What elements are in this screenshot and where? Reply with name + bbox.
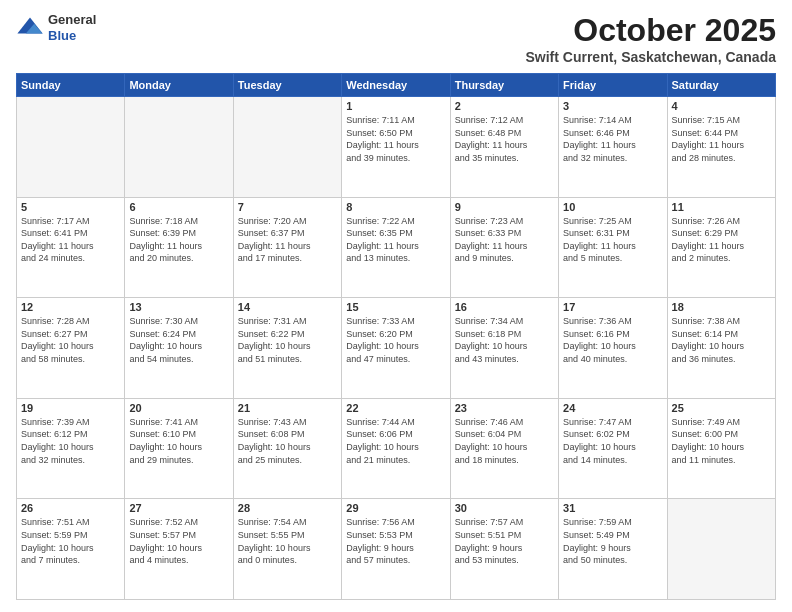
calendar-cell bbox=[17, 97, 125, 198]
day-info: Sunrise: 7:30 AM Sunset: 6:24 PM Dayligh… bbox=[129, 315, 228, 365]
day-number: 8 bbox=[346, 201, 445, 213]
day-info: Sunrise: 7:52 AM Sunset: 5:57 PM Dayligh… bbox=[129, 516, 228, 566]
day-info: Sunrise: 7:26 AM Sunset: 6:29 PM Dayligh… bbox=[672, 215, 771, 265]
weekday-header: Tuesday bbox=[233, 74, 341, 97]
calendar-cell: 23Sunrise: 7:46 AM Sunset: 6:04 PM Dayli… bbox=[450, 398, 558, 499]
weekday-header: Saturday bbox=[667, 74, 775, 97]
day-info: Sunrise: 7:41 AM Sunset: 6:10 PM Dayligh… bbox=[129, 416, 228, 466]
day-info: Sunrise: 7:23 AM Sunset: 6:33 PM Dayligh… bbox=[455, 215, 554, 265]
calendar-cell: 24Sunrise: 7:47 AM Sunset: 6:02 PM Dayli… bbox=[559, 398, 667, 499]
day-info: Sunrise: 7:14 AM Sunset: 6:46 PM Dayligh… bbox=[563, 114, 662, 164]
day-info: Sunrise: 7:12 AM Sunset: 6:48 PM Dayligh… bbox=[455, 114, 554, 164]
page: General Blue October 2025 Swift Current,… bbox=[0, 0, 792, 612]
day-number: 16 bbox=[455, 301, 554, 313]
day-number: 2 bbox=[455, 100, 554, 112]
day-info: Sunrise: 7:59 AM Sunset: 5:49 PM Dayligh… bbox=[563, 516, 662, 566]
calendar-cell: 11Sunrise: 7:26 AM Sunset: 6:29 PM Dayli… bbox=[667, 197, 775, 298]
month-title: October 2025 bbox=[525, 12, 776, 49]
day-info: Sunrise: 7:31 AM Sunset: 6:22 PM Dayligh… bbox=[238, 315, 337, 365]
calendar-cell: 13Sunrise: 7:30 AM Sunset: 6:24 PM Dayli… bbox=[125, 298, 233, 399]
day-info: Sunrise: 7:57 AM Sunset: 5:51 PM Dayligh… bbox=[455, 516, 554, 566]
weekday-row: SundayMondayTuesdayWednesdayThursdayFrid… bbox=[17, 74, 776, 97]
day-info: Sunrise: 7:25 AM Sunset: 6:31 PM Dayligh… bbox=[563, 215, 662, 265]
day-info: Sunrise: 7:22 AM Sunset: 6:35 PM Dayligh… bbox=[346, 215, 445, 265]
day-info: Sunrise: 7:15 AM Sunset: 6:44 PM Dayligh… bbox=[672, 114, 771, 164]
day-info: Sunrise: 7:33 AM Sunset: 6:20 PM Dayligh… bbox=[346, 315, 445, 365]
calendar-cell: 18Sunrise: 7:38 AM Sunset: 6:14 PM Dayli… bbox=[667, 298, 775, 399]
day-number: 14 bbox=[238, 301, 337, 313]
day-info: Sunrise: 7:47 AM Sunset: 6:02 PM Dayligh… bbox=[563, 416, 662, 466]
calendar-cell: 3Sunrise: 7:14 AM Sunset: 6:46 PM Daylig… bbox=[559, 97, 667, 198]
calendar-cell: 12Sunrise: 7:28 AM Sunset: 6:27 PM Dayli… bbox=[17, 298, 125, 399]
calendar-cell bbox=[233, 97, 341, 198]
day-number: 13 bbox=[129, 301, 228, 313]
day-number: 6 bbox=[129, 201, 228, 213]
calendar-cell: 26Sunrise: 7:51 AM Sunset: 5:59 PM Dayli… bbox=[17, 499, 125, 600]
day-number: 5 bbox=[21, 201, 120, 213]
calendar-cell: 19Sunrise: 7:39 AM Sunset: 6:12 PM Dayli… bbox=[17, 398, 125, 499]
day-info: Sunrise: 7:11 AM Sunset: 6:50 PM Dayligh… bbox=[346, 114, 445, 164]
day-number: 22 bbox=[346, 402, 445, 414]
logo-text: General Blue bbox=[48, 12, 96, 43]
day-number: 19 bbox=[21, 402, 120, 414]
calendar-cell bbox=[125, 97, 233, 198]
logo-general-text: General bbox=[48, 12, 96, 28]
day-info: Sunrise: 7:51 AM Sunset: 5:59 PM Dayligh… bbox=[21, 516, 120, 566]
calendar-cell: 10Sunrise: 7:25 AM Sunset: 6:31 PM Dayli… bbox=[559, 197, 667, 298]
calendar-cell: 22Sunrise: 7:44 AM Sunset: 6:06 PM Dayli… bbox=[342, 398, 450, 499]
day-number: 3 bbox=[563, 100, 662, 112]
day-number: 17 bbox=[563, 301, 662, 313]
day-number: 26 bbox=[21, 502, 120, 514]
calendar-cell: 5Sunrise: 7:17 AM Sunset: 6:41 PM Daylig… bbox=[17, 197, 125, 298]
calendar-cell: 14Sunrise: 7:31 AM Sunset: 6:22 PM Dayli… bbox=[233, 298, 341, 399]
day-info: Sunrise: 7:56 AM Sunset: 5:53 PM Dayligh… bbox=[346, 516, 445, 566]
location: Swift Current, Saskatchewan, Canada bbox=[525, 49, 776, 65]
calendar-cell: 8Sunrise: 7:22 AM Sunset: 6:35 PM Daylig… bbox=[342, 197, 450, 298]
weekday-header: Friday bbox=[559, 74, 667, 97]
calendar-cell: 9Sunrise: 7:23 AM Sunset: 6:33 PM Daylig… bbox=[450, 197, 558, 298]
day-info: Sunrise: 7:20 AM Sunset: 6:37 PM Dayligh… bbox=[238, 215, 337, 265]
day-number: 28 bbox=[238, 502, 337, 514]
day-number: 23 bbox=[455, 402, 554, 414]
title-area: October 2025 Swift Current, Saskatchewan… bbox=[525, 12, 776, 65]
calendar-table: SundayMondayTuesdayWednesdayThursdayFrid… bbox=[16, 73, 776, 600]
calendar-cell: 16Sunrise: 7:34 AM Sunset: 6:18 PM Dayli… bbox=[450, 298, 558, 399]
logo-blue-text: Blue bbox=[48, 28, 96, 44]
calendar-cell: 20Sunrise: 7:41 AM Sunset: 6:10 PM Dayli… bbox=[125, 398, 233, 499]
calendar-cell: 15Sunrise: 7:33 AM Sunset: 6:20 PM Dayli… bbox=[342, 298, 450, 399]
calendar-cell: 4Sunrise: 7:15 AM Sunset: 6:44 PM Daylig… bbox=[667, 97, 775, 198]
day-number: 30 bbox=[455, 502, 554, 514]
calendar-header: SundayMondayTuesdayWednesdayThursdayFrid… bbox=[17, 74, 776, 97]
calendar-cell: 25Sunrise: 7:49 AM Sunset: 6:00 PM Dayli… bbox=[667, 398, 775, 499]
day-info: Sunrise: 7:54 AM Sunset: 5:55 PM Dayligh… bbox=[238, 516, 337, 566]
weekday-header: Monday bbox=[125, 74, 233, 97]
day-number: 18 bbox=[672, 301, 771, 313]
calendar-cell: 28Sunrise: 7:54 AM Sunset: 5:55 PM Dayli… bbox=[233, 499, 341, 600]
calendar-cell: 2Sunrise: 7:12 AM Sunset: 6:48 PM Daylig… bbox=[450, 97, 558, 198]
calendar-week-row: 19Sunrise: 7:39 AM Sunset: 6:12 PM Dayli… bbox=[17, 398, 776, 499]
weekday-header: Sunday bbox=[17, 74, 125, 97]
day-info: Sunrise: 7:34 AM Sunset: 6:18 PM Dayligh… bbox=[455, 315, 554, 365]
weekday-header: Thursday bbox=[450, 74, 558, 97]
day-info: Sunrise: 7:44 AM Sunset: 6:06 PM Dayligh… bbox=[346, 416, 445, 466]
day-info: Sunrise: 7:49 AM Sunset: 6:00 PM Dayligh… bbox=[672, 416, 771, 466]
day-number: 9 bbox=[455, 201, 554, 213]
calendar-cell: 21Sunrise: 7:43 AM Sunset: 6:08 PM Dayli… bbox=[233, 398, 341, 499]
day-number: 1 bbox=[346, 100, 445, 112]
day-info: Sunrise: 7:39 AM Sunset: 6:12 PM Dayligh… bbox=[21, 416, 120, 466]
weekday-header: Wednesday bbox=[342, 74, 450, 97]
day-info: Sunrise: 7:46 AM Sunset: 6:04 PM Dayligh… bbox=[455, 416, 554, 466]
day-number: 31 bbox=[563, 502, 662, 514]
day-number: 4 bbox=[672, 100, 771, 112]
logo-icon bbox=[16, 14, 44, 42]
day-number: 25 bbox=[672, 402, 771, 414]
calendar-cell: 31Sunrise: 7:59 AM Sunset: 5:49 PM Dayli… bbox=[559, 499, 667, 600]
day-number: 10 bbox=[563, 201, 662, 213]
calendar-cell bbox=[667, 499, 775, 600]
day-info: Sunrise: 7:18 AM Sunset: 6:39 PM Dayligh… bbox=[129, 215, 228, 265]
calendar-week-row: 1Sunrise: 7:11 AM Sunset: 6:50 PM Daylig… bbox=[17, 97, 776, 198]
calendar-cell: 17Sunrise: 7:36 AM Sunset: 6:16 PM Dayli… bbox=[559, 298, 667, 399]
calendar-cell: 7Sunrise: 7:20 AM Sunset: 6:37 PM Daylig… bbox=[233, 197, 341, 298]
calendar-body: 1Sunrise: 7:11 AM Sunset: 6:50 PM Daylig… bbox=[17, 97, 776, 600]
day-info: Sunrise: 7:38 AM Sunset: 6:14 PM Dayligh… bbox=[672, 315, 771, 365]
